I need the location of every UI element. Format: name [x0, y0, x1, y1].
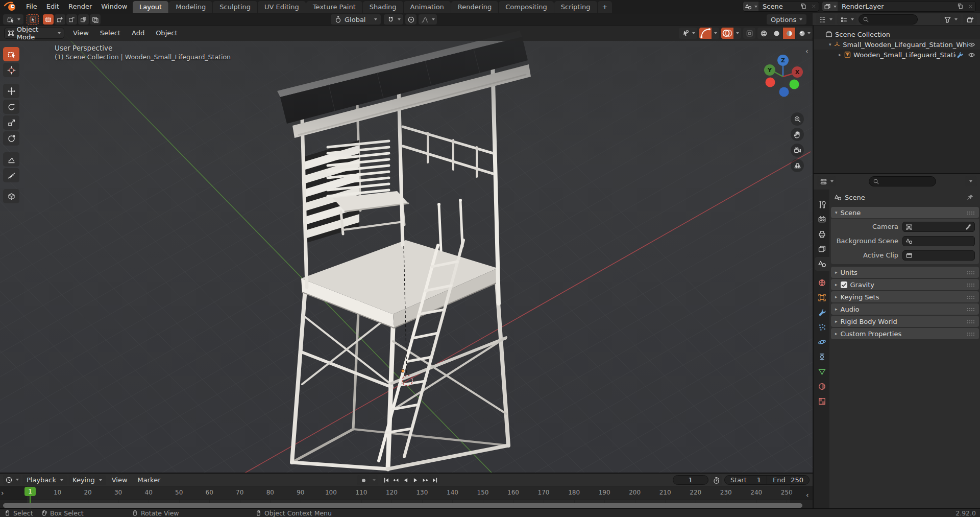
tool-measure[interactable]	[3, 168, 19, 182]
gravity-checkbox[interactable]	[841, 281, 847, 288]
new-collection-button[interactable]	[963, 14, 977, 25]
play-button[interactable]	[411, 475, 420, 485]
scene-panel-header[interactable]: ▾ Scene	[831, 207, 979, 218]
active-tool-button[interactable]	[27, 14, 39, 25]
panel-gravity[interactable]: ▸ Gravity	[831, 279, 979, 290]
viewport-menu-add[interactable]: Add	[127, 26, 149, 41]
workspace-tab-modeling[interactable]: Modeling	[169, 1, 212, 13]
xray-toggle[interactable]	[743, 28, 755, 39]
scene-copy-button[interactable]	[798, 2, 808, 11]
properties-tab-texture[interactable]	[815, 394, 829, 408]
tool-cursor[interactable]	[3, 63, 19, 77]
menu-file[interactable]: File	[21, 0, 42, 13]
add-workspace-button[interactable]: +	[598, 1, 612, 13]
timeline-scrollbar[interactable]	[3, 503, 802, 508]
background-scene-field[interactable]	[902, 236, 975, 246]
workspace-tab-shading[interactable]: Shading	[363, 1, 403, 13]
playhead[interactable]: 1	[24, 487, 36, 496]
zoom-button[interactable]	[791, 112, 804, 126]
tool-scale[interactable]	[3, 115, 19, 130]
gizmos-toggle[interactable]	[699, 28, 712, 39]
select-mode-extend[interactable]	[55, 14, 65, 25]
use-preview-range-button[interactable]	[710, 475, 722, 485]
scene-selector[interactable]: Scene	[743, 1, 819, 12]
workspace-tab-texture-paint[interactable]: Texture Paint	[306, 1, 362, 13]
panel-units[interactable]: ▸ Units	[831, 267, 979, 278]
properties-search-input[interactable]	[869, 176, 936, 186]
pan-button[interactable]	[791, 128, 804, 141]
timeline-menu-playback[interactable]: Playback	[22, 475, 67, 485]
tool-transform[interactable]	[3, 131, 19, 146]
shading-solid-button[interactable]	[770, 28, 782, 39]
visibility-dropdown[interactable]	[679, 28, 697, 39]
navigation-gizmo[interactable]: Z Y X	[755, 43, 813, 114]
outliner-display-mode-dropdown[interactable]	[837, 14, 856, 25]
viewport-3d[interactable]: Object Mode ViewSelectAddObject User Per…	[0, 26, 813, 473]
hide-eye-icon[interactable]	[968, 51, 975, 59]
outliner-row[interactable]: Scene Collection	[814, 29, 980, 39]
render-layer-copy-button[interactable]	[955, 2, 965, 11]
properties-tab-material[interactable]	[815, 380, 829, 393]
end-frame-field[interactable]: End250	[767, 476, 809, 484]
workspace-tab-rendering[interactable]: Rendering	[451, 1, 498, 13]
panel-keying-sets[interactable]: ▸ Keying Sets	[831, 291, 979, 302]
timeline-editor-type-button[interactable]	[3, 475, 20, 485]
start-frame-field[interactable]: Start1	[725, 476, 767, 484]
properties-tab-view-layer[interactable]	[815, 242, 829, 256]
workspace-tab-scripting[interactable]: Scripting	[554, 1, 597, 13]
outliner-row[interactable]: ▾ Small_Wooden_Lifeguard_Station_White_N…	[814, 39, 980, 50]
transform-orientation-dropdown[interactable]: Global	[331, 14, 381, 25]
timeline-expand-chevron[interactable]: ›	[1, 489, 4, 497]
properties-tab-object-data[interactable]	[815, 365, 829, 379]
options-dropdown[interactable]: Options	[767, 14, 806, 25]
render-layer-unlink-button[interactable]	[965, 2, 975, 11]
eyedropper-icon[interactable]	[965, 223, 972, 230]
panel-grip[interactable]	[967, 211, 975, 215]
overlays-toggle[interactable]	[721, 28, 733, 39]
tool-rotate[interactable]	[3, 100, 19, 114]
disclosure-icon[interactable]: ▾	[827, 42, 832, 47]
timeline-menu-keying[interactable]: Keying	[68, 475, 106, 485]
properties-tab-tool[interactable]	[815, 198, 829, 212]
select-mode-invert[interactable]	[78, 14, 89, 25]
menu-window[interactable]: Window	[96, 0, 132, 13]
viewport-menu-object[interactable]: Object	[151, 26, 182, 41]
properties-options-chevron[interactable]	[965, 176, 977, 186]
proportional-falloff-dropdown[interactable]	[419, 14, 437, 25]
timeline-menu-marker[interactable]: Marker	[133, 474, 165, 486]
properties-tab-particles[interactable]	[815, 320, 829, 334]
sidebar-collapse-chevron[interactable]: ‹	[805, 47, 808, 55]
select-mode-intersect[interactable]	[90, 14, 101, 25]
tool-dropdown-button[interactable]	[3, 14, 23, 25]
tool-add-cube[interactable]	[3, 189, 19, 203]
properties-tab-constraints[interactable]	[815, 350, 829, 364]
outliner-search-input[interactable]	[859, 14, 918, 25]
next-keyframe-button[interactable]	[421, 475, 430, 485]
overlays-dropdown[interactable]	[733, 28, 741, 39]
viewport-menu-select[interactable]: Select	[95, 26, 125, 41]
toggle-projection-button[interactable]	[791, 159, 804, 172]
workspace-tab-layout[interactable]: Layout	[133, 1, 168, 13]
timeline-collapse-chevron[interactable]: ‹	[806, 491, 809, 499]
properties-tab-render[interactable]	[815, 213, 829, 226]
auto-keying-button[interactable]	[357, 475, 370, 485]
outliner-filter-dropdown[interactable]	[940, 14, 961, 25]
camera-field[interactable]	[902, 222, 975, 232]
select-mode-subtract[interactable]	[66, 14, 77, 25]
outliner-editor-type-button[interactable]	[816, 14, 835, 25]
blender-logo-icon[interactable]	[3, 1, 17, 12]
menu-edit[interactable]: Edit	[42, 0, 64, 13]
disclosure-icon[interactable]: ▸	[837, 52, 843, 57]
render-layer-selector[interactable]: RenderLayer	[822, 1, 976, 12]
properties-tab-scene[interactable]	[815, 257, 829, 271]
tool-annotate[interactable]	[3, 152, 19, 167]
panel-rigid-body-world[interactable]: ▸ Rigid Body World	[831, 316, 979, 327]
current-frame-field[interactable]: 1	[673, 475, 708, 485]
pin-icon[interactable]	[966, 194, 974, 201]
select-mode-new[interactable]	[43, 14, 54, 25]
previous-keyframe-button[interactable]	[391, 475, 401, 485]
tool-move[interactable]	[3, 84, 19, 98]
workspace-tab-uv-editing[interactable]: UV Editing	[258, 1, 306, 13]
timeline-menu-view[interactable]: View	[107, 474, 132, 486]
gizmos-dropdown[interactable]	[712, 28, 719, 39]
